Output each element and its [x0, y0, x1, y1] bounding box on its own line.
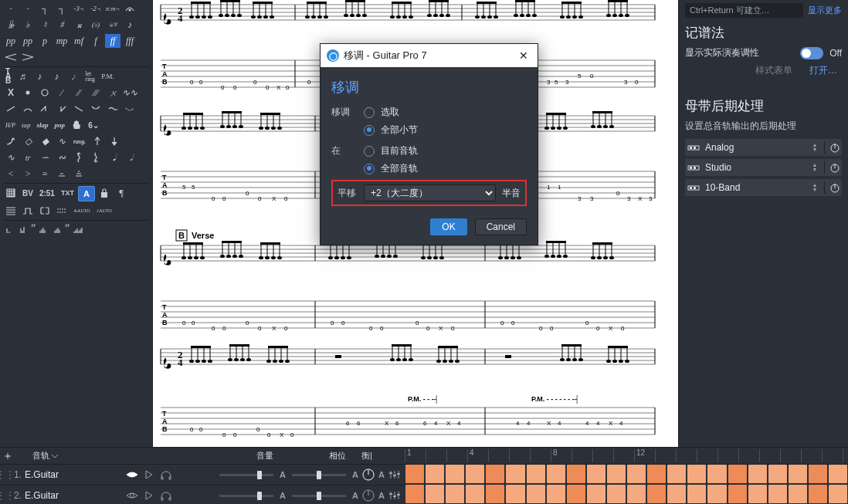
- dyn-ppp[interactable]: pp: [3, 34, 19, 48]
- slide-icon[interactable]: [71, 102, 86, 116]
- tuplet-btn[interactable]: -3¬: [71, 2, 86, 15]
- automation-icon[interactable]: M: [20, 223, 36, 237]
- automation-a-label[interactable]: A: [278, 491, 287, 500]
- track-name[interactable]: E.Guitar: [22, 490, 124, 501]
- pedal-icon[interactable]: [20, 204, 36, 218]
- articulation-btn[interactable]: ┐: [54, 2, 70, 15]
- timeline-cell[interactable]: [527, 485, 545, 503]
- note-icon[interactable]: 𝅘𝅥: [105, 151, 120, 164]
- finger-num-btn[interactable]: 6⌄: [86, 118, 101, 132]
- pick-scrape-icon[interactable]: ꭗ: [105, 86, 120, 100]
- timeline-cell[interactable]: [486, 465, 504, 483]
- shift-select[interactable]: +2（大二度）: [364, 184, 496, 201]
- drag-handle-icon[interactable]: ⋮⋮: [0, 490, 11, 501]
- tremolo-2-icon[interactable]: ⁄⁄: [71, 86, 86, 100]
- mute-flag-icon[interactable]: [141, 466, 158, 483]
- automation-icon[interactable]: [3, 223, 19, 237]
- eq-icon[interactable]: [386, 469, 403, 480]
- fx-updown-icon[interactable]: ▲▼: [809, 183, 821, 192]
- tremolo-1-icon[interactable]: ⁄: [54, 86, 70, 100]
- radio-current-track[interactable]: [364, 146, 375, 157]
- close-icon[interactable]: ✕: [516, 49, 531, 62]
- solo-headphones-icon[interactable]: [158, 487, 175, 504]
- timeline-cell[interactable]: [768, 465, 787, 483]
- barre-btn[interactable]: BV: [20, 186, 36, 200]
- timeline-cell[interactable]: [405, 465, 424, 483]
- timeline-cell[interactable]: [687, 465, 706, 483]
- fx-power-icon[interactable]: [828, 161, 842, 174]
- timeline-cell[interactable]: [466, 485, 484, 503]
- lock-icon[interactable]: [97, 186, 112, 200]
- cresc-icon[interactable]: [3, 50, 19, 64]
- harmonic-icon[interactable]: ◇: [20, 134, 36, 148]
- timeline-cell[interactable]: [426, 465, 444, 483]
- sharp-icon[interactable]: ♯: [54, 18, 70, 32]
- timeline[interactable]: 14812: [405, 448, 848, 504]
- volume-slider[interactable]: [219, 495, 273, 497]
- automation-icon[interactable]: [71, 223, 86, 237]
- timeline-cell[interactable]: [687, 485, 706, 503]
- ok-button[interactable]: OK: [430, 218, 466, 235]
- radio-all-tracks[interactable]: [364, 164, 375, 174]
- timeline-cell[interactable]: [466, 465, 484, 483]
- auto-btn[interactable]: AAUTO: [71, 204, 93, 218]
- chord-grid-icon[interactable]: [3, 186, 19, 200]
- mordent-icon[interactable]: ∿: [3, 151, 19, 164]
- automation-icon[interactable]: M: [54, 223, 70, 237]
- note-icon[interactable]: 𝅗𝅥: [122, 151, 137, 164]
- dyn-fff[interactable]: fff: [122, 34, 137, 48]
- add-track-button[interactable]: ＋: [0, 449, 15, 463]
- time-btn[interactable]: 2:51: [37, 186, 57, 200]
- timeline-cell[interactable]: [748, 485, 767, 503]
- decresc-icon[interactable]: [20, 50, 36, 64]
- tab-mode-icon[interactable]: T A B: [3, 69, 13, 83]
- timeline-cell[interactable]: [567, 465, 585, 483]
- slide-icon[interactable]: [3, 102, 19, 116]
- timeline-cell[interactable]: [547, 485, 565, 503]
- dyn-pp[interactable]: pp: [20, 34, 36, 48]
- timeline-cell[interactable]: [748, 465, 767, 483]
- timeline-cell[interactable]: [728, 465, 747, 483]
- ghost-note-icon[interactable]: [37, 86, 53, 100]
- dialog-titlebar[interactable]: ◯ 移调 - Guitar Pro 7 ✕: [321, 44, 538, 67]
- articulation-btn[interactable]: ┐: [37, 2, 53, 15]
- automation-a-label[interactable]: A: [351, 470, 360, 479]
- dyn-f[interactable]: f: [88, 34, 103, 48]
- timeline-cell[interactable]: [829, 485, 847, 503]
- dyn-ff[interactable]: ff: [105, 34, 120, 48]
- dyn-mp[interactable]: mp: [54, 34, 70, 48]
- timeline-cell[interactable]: [647, 465, 666, 483]
- timeline-cell[interactable]: [829, 465, 847, 483]
- note-icon[interactable]: ♬: [15, 69, 30, 83]
- fx-updown-icon[interactable]: ▲▼: [809, 163, 821, 172]
- pilcrow-icon[interactable]: ¶: [114, 186, 129, 200]
- auto-btn[interactable]: ♪AUTO: [94, 204, 114, 218]
- slide-icon[interactable]: [105, 102, 120, 116]
- harmonic-fill-icon[interactable]: ◆: [37, 134, 53, 148]
- radio-all-bars[interactable]: [364, 125, 375, 136]
- drag-handle-icon[interactable]: ⋮⋮: [0, 469, 11, 480]
- automation-a-label[interactable]: A: [351, 491, 360, 500]
- timeline-cell[interactable]: [405, 485, 424, 503]
- articulation-btn[interactable]: ·: [20, 2, 36, 15]
- visibility-icon[interactable]: [124, 487, 141, 504]
- tenuto-equal-icon[interactable]: ≡: [37, 167, 53, 181]
- pan-slider[interactable]: [292, 474, 346, 476]
- let-ring-btn[interactable]: let ring: [83, 69, 97, 83]
- bend-icon[interactable]: [3, 134, 19, 148]
- balance-knob-icon[interactable]: [360, 489, 377, 502]
- automation-icon[interactable]: [37, 223, 53, 237]
- arpeggio-up-icon[interactable]: [71, 151, 86, 164]
- timeline-cell[interactable]: [647, 485, 666, 503]
- staccatissimo-icon[interactable]: [54, 167, 70, 181]
- fx-row[interactable]: Studio ▲▼: [685, 159, 842, 176]
- dyn-mf[interactable]: mf: [71, 34, 86, 48]
- vibrato-icon[interactable]: ∿∿: [122, 86, 137, 100]
- rasg-btn[interactable]: rasg.: [71, 134, 88, 148]
- fx-updown-icon[interactable]: ▲▼: [809, 143, 821, 152]
- automation-a-label[interactable]: A: [278, 470, 287, 479]
- automation-a-label[interactable]: A: [377, 470, 386, 479]
- open-style-link[interactable]: 打开…: [805, 63, 842, 79]
- timeline-cell[interactable]: [527, 465, 545, 483]
- fx-power-icon[interactable]: [828, 140, 842, 154]
